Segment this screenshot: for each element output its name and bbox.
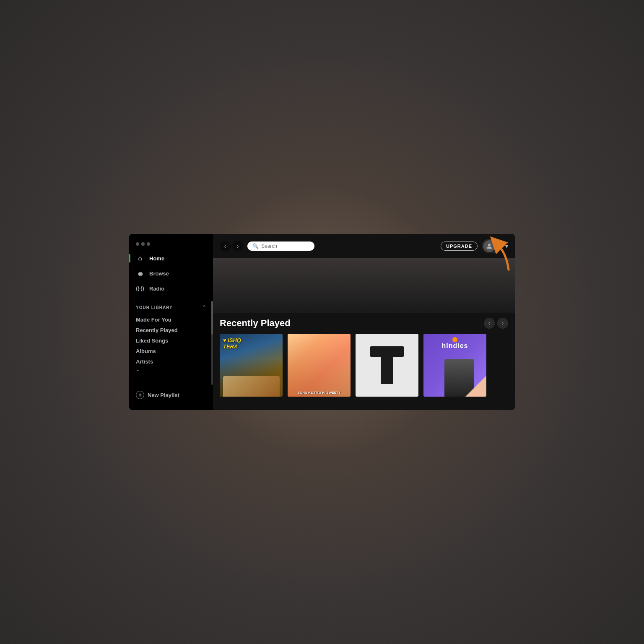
search-icon: 🔍 bbox=[252, 243, 259, 249]
section-prev-button[interactable]: ‹ bbox=[484, 318, 495, 329]
hero-area bbox=[213, 258, 515, 313]
library-section: YOUR LIBRARY ⌃ Made For You Recently Pla… bbox=[129, 301, 213, 385]
chevron-down-icon[interactable]: ▾ bbox=[505, 243, 508, 249]
library-expand-indicator: ⌄ bbox=[136, 367, 206, 372]
album-art-3 bbox=[356, 334, 418, 397]
browse-label: Browse bbox=[149, 270, 169, 277]
home-icon: ⌂ bbox=[136, 254, 144, 262]
library-scroll-indicator[interactable]: ⌃ bbox=[202, 304, 206, 310]
forward-button[interactable]: › bbox=[232, 241, 243, 252]
sidebar: ⌂ Home ◉ Browse ((·)) Radio YOUR LIBRARY… bbox=[129, 234, 213, 410]
library-item-albums[interactable]: Albums bbox=[136, 346, 206, 356]
browse-icon: ◉ bbox=[136, 269, 144, 278]
section-next-button[interactable]: › bbox=[497, 318, 508, 329]
library-label: YOUR LIBRARY bbox=[136, 305, 173, 310]
album-art-2: SONU KE TITU KI SWEETY bbox=[288, 334, 351, 397]
library-item-artists[interactable]: Artists bbox=[136, 356, 206, 367]
album-card-2[interactable]: SONU KE TITU KI SWEETY bbox=[288, 334, 351, 397]
library-item-recently-played[interactable]: Recently Played bbox=[136, 325, 206, 335]
section-nav: ‹ › bbox=[484, 318, 508, 329]
library-header: YOUR LIBRARY ⌃ bbox=[136, 304, 206, 310]
dot-3 bbox=[147, 242, 150, 246]
album-card-1[interactable]: ♥ ISHQTERA bbox=[220, 334, 283, 397]
section-title: Recently Played bbox=[220, 318, 291, 329]
new-playlist-button[interactable]: + New Playlist bbox=[129, 387, 213, 403]
album-card-3[interactable] bbox=[356, 334, 418, 397]
album-grid: ♥ ISHQTERA SONU KE TITU KI SWEETY bbox=[220, 334, 508, 397]
user-name-pill[interactable] bbox=[482, 239, 499, 253]
library-scroll-thumb bbox=[211, 301, 213, 335]
search-bar[interactable]: 🔍 bbox=[247, 242, 314, 251]
dot-1 bbox=[136, 242, 139, 246]
window-dots bbox=[129, 241, 213, 251]
spotify-app-window: ⌂ Home ◉ Browse ((·)) Radio YOUR LIBRARY… bbox=[129, 234, 515, 410]
library-scrollbar[interactable] bbox=[211, 301, 213, 385]
album-art-1: ♥ ISHQTERA bbox=[220, 334, 283, 397]
nav-item-radio[interactable]: ((·)) Radio bbox=[129, 281, 213, 296]
nav-item-browse[interactable]: ◉ Browse bbox=[129, 266, 213, 281]
section-header: Recently Played ‹ › bbox=[220, 318, 508, 329]
avatar bbox=[483, 240, 495, 252]
dot-2 bbox=[141, 242, 145, 246]
library-list: Made For You Recently Played Liked Songs… bbox=[136, 314, 206, 367]
main-nav: ⌂ Home ◉ Browse ((·)) Radio bbox=[129, 251, 213, 296]
new-playlist-label: New Playlist bbox=[148, 392, 179, 398]
radio-icon: ((·)) bbox=[136, 284, 144, 293]
topbar-right: UPGRADE ▾ bbox=[441, 239, 508, 253]
nav-arrows: ‹ › bbox=[220, 241, 243, 252]
home-label: Home bbox=[149, 255, 164, 262]
recently-played-section: Recently Played ‹ › ♥ ISHQTERA bbox=[213, 313, 515, 410]
album-art-4: hIndies bbox=[423, 334, 486, 397]
album-card-4[interactable]: hIndies bbox=[423, 334, 486, 397]
library-item-made-for-you[interactable]: Made For You bbox=[136, 314, 206, 325]
radio-label: Radio bbox=[149, 286, 164, 292]
upgrade-button[interactable]: UPGRADE bbox=[441, 242, 478, 251]
plus-icon: + bbox=[136, 391, 144, 399]
svg-point-0 bbox=[488, 244, 491, 246]
search-input[interactable] bbox=[261, 243, 309, 249]
back-button[interactable]: ‹ bbox=[220, 241, 231, 252]
topbar: ‹ › 🔍 UPGRADE ▾ bbox=[213, 234, 515, 258]
library-item-liked-songs[interactable]: Liked Songs bbox=[136, 335, 206, 346]
main-content: ‹ › 🔍 UPGRADE ▾ Recently P bbox=[213, 234, 515, 410]
nav-item-home[interactable]: ⌂ Home bbox=[129, 251, 213, 266]
